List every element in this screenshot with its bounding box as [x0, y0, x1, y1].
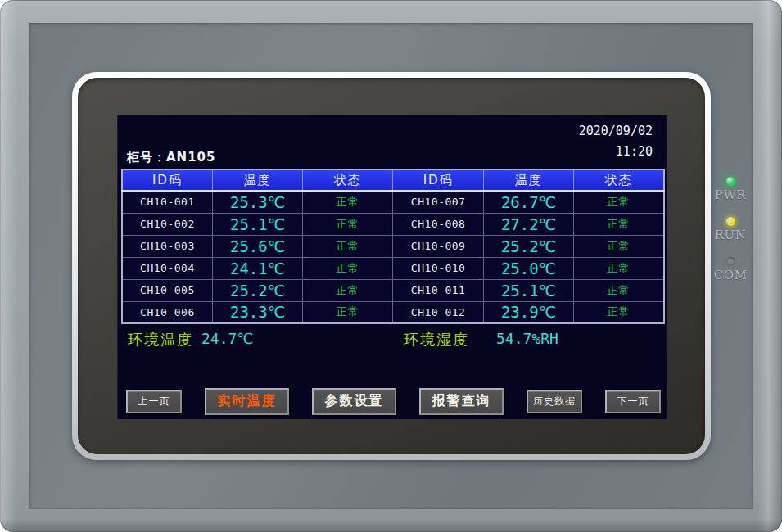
- table-row: CH10-00225.1℃正常CH10-00827.2℃正常: [122, 213, 664, 235]
- cell-temp: 25.1℃: [483, 279, 573, 301]
- com-led-icon: [726, 257, 735, 266]
- next-page-button[interactable]: 下一页: [605, 390, 661, 413]
- cell-status: 正常: [574, 213, 664, 235]
- cell-status: 正常: [303, 213, 393, 235]
- cell-status: 正常: [303, 235, 393, 257]
- prev-page-button[interactable]: 上一页: [126, 390, 182, 413]
- environment-row: 环境温度 24.7℃ 环境湿度 54.7%RH: [118, 330, 667, 351]
- env-humidity-value: 54.7%RH: [496, 330, 558, 347]
- cell-temp: 26.7℃: [483, 191, 573, 213]
- table-header-row: ID码温度状态ID码温度状态: [122, 169, 664, 191]
- cell-temp: 23.3℃: [212, 301, 302, 323]
- temperature-table: ID码温度状态ID码温度状态 CH10-00125.3℃正常CH10-00726…: [121, 169, 665, 324]
- cell-status: 正常: [574, 279, 664, 301]
- cell-temp: 27.2℃: [483, 213, 573, 235]
- cell-temp: 23.9℃: [483, 301, 573, 323]
- history-data-button[interactable]: 历史数据: [527, 390, 582, 413]
- date-text: 2020/09/02: [579, 121, 653, 142]
- cell-id: CH10-001: [122, 191, 212, 213]
- realtime-temp-button[interactable]: 实时温度: [205, 388, 289, 415]
- column-header: 状态: [574, 169, 664, 191]
- table-row: CH10-00623.3℃正常CH10-01223.9℃正常: [122, 301, 664, 323]
- column-header: 温度: [212, 169, 302, 191]
- nav-button-bar: 上一页实时温度参数设置报警查询历史数据下一页: [126, 387, 661, 415]
- cell-status: 正常: [303, 301, 393, 323]
- cell-status: 正常: [574, 257, 664, 279]
- cell-status: 正常: [303, 191, 393, 213]
- column-header: 温度: [483, 169, 573, 191]
- table-row: CH10-00525.2℃正常CH10-01125.1℃正常: [122, 279, 664, 301]
- param-settings-button[interactable]: 参数设置: [312, 388, 396, 415]
- cell-status: 正常: [574, 235, 664, 257]
- cell-id: CH10-002: [122, 213, 212, 235]
- alarm-query-button[interactable]: 报警查询: [419, 388, 504, 415]
- led-label-com: COM: [714, 268, 748, 282]
- cell-id: CH10-010: [393, 257, 483, 279]
- run-led-icon: [726, 217, 735, 226]
- table-row: CH10-00125.3℃正常CH10-00726.7℃正常: [122, 191, 664, 213]
- cell-status: 正常: [574, 191, 664, 213]
- case-edge-shadow-bottom: [0, 519, 782, 532]
- case-edge-highlight-right: [757, 0, 782, 532]
- cell-id: CH10-003: [122, 235, 212, 257]
- cell-temp: 24.1℃: [212, 257, 302, 279]
- column-header: 状态: [303, 169, 393, 191]
- env-temp-value: 24.7℃: [201, 330, 254, 347]
- pwr-led-icon: [726, 177, 735, 186]
- cell-status: 正常: [574, 301, 664, 323]
- hmi-device: 2020/09/02 11:20 柜号：AN105 ID码温度状态ID码温度状态…: [0, 0, 782, 532]
- time-text: 11:20: [579, 142, 653, 162]
- cell-status: 正常: [303, 257, 393, 279]
- column-header: ID码: [393, 169, 483, 191]
- cell-id: CH10-005: [122, 279, 212, 301]
- env-humidity-label: 环境湿度: [404, 330, 469, 349]
- cell-temp: 25.2℃: [212, 279, 302, 301]
- table-row: CH10-00424.1℃正常CH10-01025.0℃正常: [122, 257, 664, 279]
- cell-temp: 25.6℃: [212, 235, 302, 257]
- led-label-run: RUN: [715, 228, 747, 242]
- cell-id: CH10-007: [393, 191, 483, 213]
- led-column: PWRRUNCOM: [709, 177, 752, 297]
- cell-temp: 25.2℃: [483, 235, 573, 257]
- led-group-com: COM: [709, 257, 752, 282]
- cell-id: CH10-006: [122, 301, 212, 323]
- led-group-pwr: PWR: [709, 177, 752, 202]
- lcd-display: 2020/09/02 11:20 柜号：AN105 ID码温度状态ID码温度状态…: [117, 115, 667, 419]
- cell-id: CH10-012: [393, 301, 483, 323]
- led-group-run: RUN: [709, 217, 752, 242]
- cell-temp: 25.1℃: [212, 213, 302, 235]
- cell-id: CH10-009: [393, 235, 483, 257]
- cabinet-label: 柜号：AN105: [127, 150, 215, 165]
- cell-id: CH10-004: [122, 257, 212, 279]
- cell-id: CH10-008: [393, 213, 483, 235]
- env-temp-label: 环境温度: [128, 330, 193, 349]
- case-edge-highlight-left: [0, 0, 18, 532]
- cell-temp: 25.0℃: [483, 257, 573, 279]
- cell-status: 正常: [303, 279, 393, 301]
- column-header: ID码: [122, 169, 212, 191]
- cell-temp: 25.3℃: [212, 191, 302, 213]
- datetime-display: 2020/09/02 11:20: [579, 121, 653, 162]
- led-label-pwr: PWR: [715, 187, 746, 202]
- table-row: CH10-00325.6℃正常CH10-00925.2℃正常: [122, 235, 664, 257]
- cell-id: CH10-011: [393, 279, 483, 301]
